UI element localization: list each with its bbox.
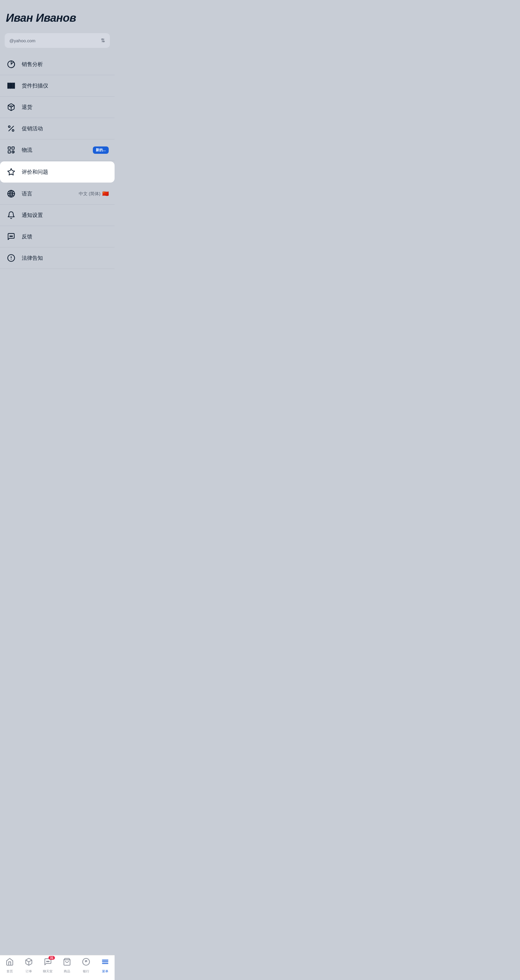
legal-icon (6, 253, 16, 263)
reviews-label: 评价和问题 (22, 169, 109, 175)
menu-item-barcode-scanner[interactable]: 货件扫描仪 (0, 75, 115, 97)
promotions-label: 促销活动 (22, 125, 109, 132)
notifications-label: 通知设置 (22, 212, 109, 219)
promotions-icon (6, 123, 16, 134)
bell-icon (6, 210, 16, 220)
page-container: Иван Иванов @yahoo.com ⇅ 销售分析 (0, 0, 115, 295)
svg-rect-5 (13, 83, 13, 89)
page-title: Иван Иванов (6, 12, 109, 24)
menu-item-returns[interactable]: 退货 (0, 97, 115, 118)
svg-rect-3 (10, 83, 11, 89)
logistics-icon (6, 145, 16, 155)
menu-item-logistics[interactable]: 物流 新的... (0, 139, 115, 161)
account-email: @yahoo.com (10, 38, 35, 43)
svg-rect-12 (12, 147, 14, 150)
returns-icon (6, 102, 16, 112)
svg-rect-6 (14, 83, 14, 89)
sales-icon (6, 59, 16, 70)
svg-point-9 (8, 126, 10, 128)
sales-analysis-label: 销售分析 (22, 61, 109, 68)
menu-item-reviews[interactable]: 评价和问题 (0, 161, 115, 183)
header: Иван Иванов (0, 0, 115, 30)
menu-list: 销售分析 货件扫描仪 退货 (0, 54, 115, 269)
logistics-badge: 新的... (93, 146, 109, 154)
china-flag-icon: 🇨🇳 (102, 191, 109, 197)
barcode-icon (6, 80, 16, 91)
menu-item-notifications[interactable]: 通知设置 (0, 205, 115, 226)
barcode-scanner-label: 货件扫描仪 (22, 82, 109, 89)
account-selector[interactable]: @yahoo.com ⇅ (5, 33, 110, 48)
svg-marker-15 (8, 169, 14, 175)
svg-point-20 (11, 236, 11, 237)
svg-rect-13 (8, 151, 11, 153)
chevron-updown-icon: ⇅ (101, 37, 105, 44)
returns-label: 退货 (22, 103, 109, 111)
language-text: 中文 (简体) (79, 191, 100, 197)
menu-item-language[interactable]: 语言 中文 (简体) 🇨🇳 (0, 183, 115, 205)
menu-item-promotions[interactable]: 促销活动 (0, 118, 115, 139)
menu-item-feedback[interactable]: 反馈 (0, 226, 115, 247)
language-value: 中文 (简体) 🇨🇳 (79, 191, 109, 197)
legal-label: 法律告知 (22, 255, 109, 261)
svg-line-8 (9, 126, 14, 131)
svg-rect-2 (9, 83, 10, 89)
svg-point-19 (10, 236, 10, 237)
menu-item-legal[interactable]: 法律告知 (0, 247, 115, 269)
language-label: 语言 (22, 190, 79, 197)
star-icon (6, 167, 16, 177)
svg-rect-11 (8, 147, 11, 150)
language-icon (6, 188, 16, 199)
svg-point-10 (12, 130, 14, 132)
menu-item-sales-analysis[interactable]: 销售分析 (0, 54, 115, 75)
feedback-icon (6, 231, 16, 242)
svg-rect-1 (8, 83, 8, 89)
svg-rect-4 (11, 83, 12, 89)
svg-point-21 (12, 236, 12, 237)
logistics-label: 物流 (22, 146, 93, 153)
feedback-label: 反馈 (22, 233, 109, 240)
